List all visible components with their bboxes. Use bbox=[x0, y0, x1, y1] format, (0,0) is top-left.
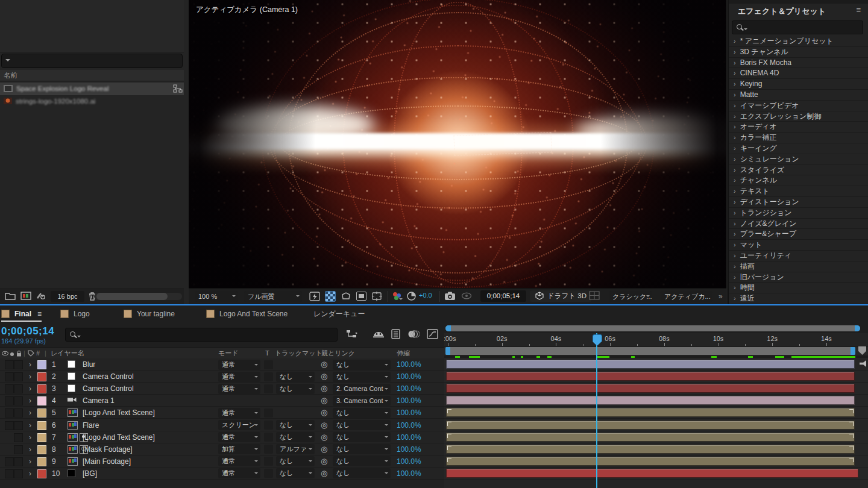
chevron-right-icon[interactable]: › bbox=[734, 177, 736, 184]
effects-category-item[interactable]: ›遠近 bbox=[729, 293, 868, 304]
parent-pickwhip-icon[interactable]: ◎ bbox=[321, 419, 327, 431]
stretch-value[interactable]: 100.0% bbox=[397, 383, 421, 395]
stretch-value[interactable]: 100.0% bbox=[397, 371, 421, 383]
transparency-grid-icon[interactable] bbox=[325, 291, 336, 302]
label-color-swatch[interactable] bbox=[37, 408, 46, 418]
show-snapshot-icon[interactable] bbox=[461, 291, 472, 302]
preserve-transparency-box[interactable] bbox=[264, 433, 273, 442]
parent-pickwhip-icon[interactable]: ◎ bbox=[321, 468, 327, 480]
fast-preview-icon[interactable] bbox=[309, 291, 320, 302]
parent-pickwhip-icon[interactable]: ◎ bbox=[321, 407, 327, 419]
table-row[interactable]: › 3 Camera Control 通常 なし ◎ 2. Camera Con… bbox=[0, 383, 444, 395]
layer-duration-bar[interactable] bbox=[446, 433, 855, 442]
table-row[interactable]: › 9 [Main Footage] 通常 なし ◎ なし 100.0% bbox=[0, 455, 444, 468]
parent-dropdown[interactable]: なし bbox=[333, 372, 391, 382]
panel-menu-icon[interactable]: ≡ bbox=[37, 310, 42, 318]
mode-dropdown[interactable]: 加算 bbox=[218, 444, 260, 454]
horizontal-scrollbar[interactable] bbox=[96, 293, 168, 300]
layer-name[interactable]: [BG] bbox=[83, 468, 97, 480]
layer-name-column[interactable]: レイヤー名 bbox=[51, 348, 84, 359]
chevron-right-icon[interactable]: › bbox=[734, 37, 736, 45]
project-item-row[interactable]: Space Explosion Logo Reveal bbox=[0, 83, 184, 95]
timeline-tab[interactable]: Final≡ bbox=[1, 305, 42, 322]
overflow-chevrons[interactable]: » bbox=[719, 292, 723, 301]
layer-name[interactable]: Camera Control bbox=[83, 383, 134, 395]
layer-name[interactable]: Camera Control bbox=[83, 371, 134, 383]
layer-name[interactable]: [Logo And Text Scene] bbox=[83, 431, 155, 443]
video-toggle[interactable] bbox=[5, 396, 14, 405]
stretch-value[interactable]: 100.0% bbox=[397, 468, 421, 480]
effects-category-item[interactable]: ›描画 bbox=[729, 261, 868, 272]
stretch-value[interactable]: 100.0% bbox=[397, 395, 421, 407]
exposure-value[interactable]: +0.0 bbox=[419, 292, 432, 299]
stretch-value[interactable]: 100.0% bbox=[397, 431, 421, 443]
effects-category-item[interactable]: ›時間 bbox=[729, 283, 868, 293]
chevron-right-icon[interactable]: › bbox=[734, 145, 736, 152]
video-toggle[interactable] bbox=[5, 408, 14, 418]
mode-column[interactable]: モード bbox=[218, 348, 239, 359]
chevron-right-icon[interactable]: › bbox=[734, 252, 736, 259]
preserve-transparency-box[interactable] bbox=[264, 384, 273, 393]
label-color-swatch[interactable] bbox=[37, 372, 46, 381]
parent-pickwhip-icon[interactable]: ◎ bbox=[321, 431, 327, 443]
effects-category-item[interactable]: ›ノイズ&グレイン bbox=[729, 219, 868, 230]
chevron-right-icon[interactable]: › bbox=[734, 69, 736, 77]
twirl-icon[interactable]: › bbox=[29, 431, 31, 443]
mode-dropdown[interactable]: 通常 bbox=[218, 408, 260, 418]
exposure-icon[interactable] bbox=[406, 291, 417, 302]
video-toggle[interactable] bbox=[5, 457, 14, 466]
timeline-tab[interactable]: Your tagline bbox=[124, 305, 175, 322]
preserve-transparency-box[interactable] bbox=[264, 408, 273, 418]
parent-dropdown[interactable]: なし bbox=[333, 420, 391, 430]
stretch-value[interactable]: 100.0% bbox=[397, 358, 421, 371]
layer-name[interactable]: Flare bbox=[83, 419, 99, 431]
parent-dropdown[interactable]: 2. Camera Cont bbox=[333, 384, 391, 394]
layer-duration-bar[interactable] bbox=[446, 384, 855, 393]
label-color-swatch[interactable] bbox=[37, 445, 46, 454]
track-matte-dropdown[interactable]: なし bbox=[276, 432, 315, 442]
effects-category-item[interactable]: ›オーディオ bbox=[729, 122, 868, 133]
table-row[interactable]: › 2 Camera Control 通常 なし ◎ なし 100.0% bbox=[0, 371, 444, 383]
shy-icon[interactable] bbox=[373, 329, 385, 339]
track-matte-dropdown[interactable]: アルファ bbox=[276, 444, 315, 454]
label-color-swatch[interactable] bbox=[37, 421, 46, 430]
snapshot-camera-icon[interactable] bbox=[444, 291, 455, 302]
track-matte-dropdown[interactable]: なし bbox=[276, 384, 315, 394]
twirl-icon[interactable]: › bbox=[29, 371, 31, 383]
audio-toggle[interactable] bbox=[14, 372, 23, 381]
video-toggle[interactable] bbox=[5, 372, 14, 381]
mode-dropdown[interactable]: 通常 bbox=[218, 360, 260, 370]
preserve-transparency-box[interactable] bbox=[264, 421, 273, 430]
effects-category-item[interactable]: ›Matte bbox=[729, 90, 868, 101]
chevron-right-icon[interactable]: › bbox=[734, 80, 736, 87]
effects-category-item[interactable]: ›Boris FX Mocha bbox=[729, 58, 868, 69]
layer-duration-bar[interactable] bbox=[446, 445, 855, 454]
table-row[interactable]: › 4 Camera 1 ◎ 3. Camera Cont 100.0% bbox=[0, 395, 444, 407]
mode-dropdown[interactable]: 通常 bbox=[218, 468, 260, 478]
table-row[interactable]: › 5 [Logo And Text Scene] 通常 ◎ なし 100.0% bbox=[0, 407, 444, 419]
mode-dropdown[interactable]: 通常 bbox=[218, 384, 260, 394]
project-item-row[interactable]: strings-logo-1920x1080.ai bbox=[0, 95, 184, 108]
frame-blend-icon[interactable] bbox=[391, 329, 401, 339]
current-timecode[interactable]: 0;00;05;14 bbox=[1, 325, 54, 337]
track-matte-dropdown[interactable]: なし bbox=[276, 372, 315, 382]
layer-duration-bar[interactable] bbox=[446, 396, 855, 405]
parent-pickwhip-icon[interactable]: ◎ bbox=[321, 383, 327, 395]
video-toggle[interactable] bbox=[5, 384, 14, 393]
layer-name[interactable]: [Logo And Text Scene] bbox=[83, 407, 155, 419]
track-matte-dropdown[interactable]: なし bbox=[276, 456, 315, 466]
table-row[interactable]: › 1 Blur 通常 ◎ なし 100.0% bbox=[0, 358, 444, 371]
effects-category-item[interactable]: ›* アニメーションプリセット bbox=[729, 36, 868, 47]
effects-category-item[interactable]: ›スタイライズ bbox=[729, 165, 868, 176]
audio-toggle[interactable] bbox=[14, 457, 23, 466]
layer-name[interactable]: Camera 1 bbox=[83, 395, 115, 407]
effects-category-item[interactable]: ›テキスト bbox=[729, 186, 868, 197]
preserve-transparency-box[interactable] bbox=[264, 469, 273, 478]
chevron-right-icon[interactable]: › bbox=[734, 284, 736, 291]
twirl-icon[interactable]: › bbox=[29, 358, 31, 371]
layer-name[interactable]: Blur bbox=[83, 358, 95, 371]
mini-flowchart-icon[interactable] bbox=[346, 329, 358, 339]
chevron-right-icon[interactable]: › bbox=[734, 113, 736, 120]
parent-dropdown[interactable]: なし bbox=[333, 408, 391, 418]
effects-category-item[interactable]: ›Keying bbox=[729, 79, 868, 90]
